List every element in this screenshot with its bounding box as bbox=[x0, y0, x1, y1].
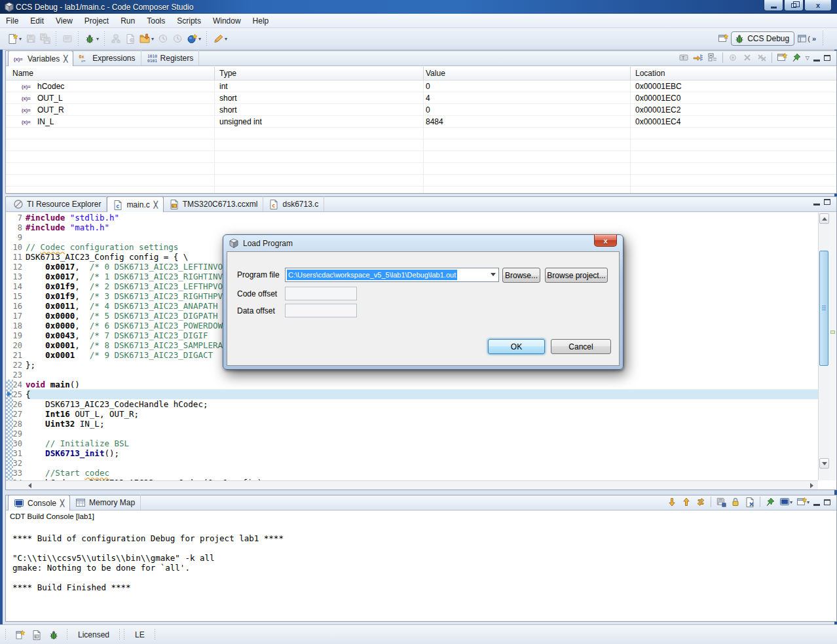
browse-project-button[interactable]: Browse project... bbox=[545, 268, 608, 283]
browse-button[interactable]: Browse... bbox=[502, 268, 540, 283]
menu-edit[interactable]: Edit bbox=[24, 14, 50, 27]
scroll-right-arrow[interactable] bbox=[806, 481, 817, 490]
view-minimize-button[interactable] bbox=[813, 54, 820, 62]
open-console-button[interactable]: ▾ bbox=[796, 497, 809, 507]
scroll-up-button[interactable] bbox=[681, 497, 692, 507]
program-file-combo[interactable]: C:\Users\cdac\workspace_v5_5\lab1\Debug\… bbox=[285, 268, 499, 282]
tab-close-icon[interactable]: ╳ bbox=[60, 499, 64, 507]
cancel-button[interactable]: Cancel bbox=[551, 339, 611, 354]
overview-annotation[interactable] bbox=[830, 331, 835, 334]
tab-close-icon[interactable]: ╳ bbox=[154, 201, 158, 208]
editor-minimize-button[interactable] bbox=[813, 198, 820, 206]
editor-tabrow: TI Resource Explorercmain.c╳tTMS320C6713… bbox=[6, 197, 836, 212]
variable-row-out_r[interactable]: (x)=OUT_Rshort00x00001EC2 bbox=[6, 104, 836, 116]
lock-console-button[interactable] bbox=[730, 497, 741, 507]
variable-row-out_l[interactable]: (x)=OUT_Lshort40x00001EC0 bbox=[6, 92, 836, 104]
clear-console-button[interactable] bbox=[745, 497, 755, 507]
open-perspective-icon[interactable] bbox=[718, 33, 728, 44]
scroll-down-arrow[interactable] bbox=[819, 458, 829, 469]
menu-tools[interactable]: Tools bbox=[141, 14, 171, 27]
code-line-8: 8#include "math.h" bbox=[6, 223, 818, 232]
column-header-value[interactable]: Value bbox=[426, 69, 445, 78]
console-title: CDT Build Console [lab1] bbox=[6, 511, 836, 523]
dialog-close-button[interactable]: x bbox=[594, 234, 617, 247]
scroll-up-arrow[interactable] bbox=[819, 213, 829, 224]
tab-memory-map[interactable]: Memory Map bbox=[70, 495, 141, 510]
other-perspective-icon[interactable] bbox=[797, 33, 808, 44]
save-console-icon bbox=[716, 497, 726, 507]
variables-view-tabrow: (x)=Variables╳6xx=Expressions10100101Reg… bbox=[6, 51, 836, 66]
load-program-button[interactable]: ▾ bbox=[138, 31, 156, 46]
scroll-down-button[interactable] bbox=[667, 497, 677, 507]
status-new-window-button[interactable] bbox=[14, 630, 25, 640]
tab-tms320c6713-ccxml[interactable]: tTMS320C6713.ccxml bbox=[164, 196, 264, 211]
var-decl-icon: (x)= bbox=[22, 81, 35, 92]
menu-project[interactable]: Project bbox=[79, 14, 115, 27]
tab-expressions[interactable]: 6xx=Expressions bbox=[73, 50, 141, 65]
view-menu-button[interactable]: ▽ bbox=[806, 55, 809, 61]
editor-horizontal-scrollbar[interactable] bbox=[6, 480, 818, 490]
variables-table-header[interactable]: NameTypeValueLocation bbox=[6, 67, 836, 80]
variables-table-body: (x)=hCodecint00x00001EBC(x)=OUT_Lshort40… bbox=[6, 80, 836, 193]
menu-window[interactable]: Window bbox=[207, 14, 247, 27]
overview-ruler[interactable] bbox=[829, 213, 836, 480]
column-header-type[interactable]: Type bbox=[219, 69, 236, 78]
editor-maximize-button[interactable] bbox=[824, 199, 830, 205]
tab-close-icon[interactable]: ╳ bbox=[64, 55, 67, 62]
show-type-names-button[interactable]: T bbox=[679, 52, 689, 63]
debug-bug-button[interactable]: ▾ bbox=[83, 31, 101, 46]
variables-table: NameTypeValueLocation (x)=hCodecint00x00… bbox=[6, 67, 836, 193]
collapse-all-button[interactable] bbox=[707, 52, 718, 63]
lock-console-icon bbox=[730, 497, 741, 507]
minimize-button[interactable] bbox=[764, 0, 783, 11]
load-program-dialog: Load Program x Program file C:\Users\cda… bbox=[223, 234, 623, 370]
tab-variables[interactable]: (x)=Variables╳ bbox=[8, 50, 73, 66]
data-offset-input[interactable] bbox=[285, 304, 357, 317]
debug-bug-small-button[interactable] bbox=[48, 630, 59, 640]
tab-ti-resource-explorer[interactable]: TI Resource Explorer bbox=[8, 196, 107, 211]
menu-run[interactable]: Run bbox=[115, 14, 141, 27]
menu-file[interactable]: File bbox=[0, 14, 24, 27]
tab-main-c[interactable]: cmain.c╳ bbox=[107, 196, 163, 212]
code-offset-input[interactable] bbox=[285, 287, 357, 300]
column-header-name[interactable]: Name bbox=[12, 69, 33, 78]
new-view-button[interactable] bbox=[777, 52, 787, 63]
restore-snapshot-icon bbox=[158, 33, 168, 44]
browser-sphere-button[interactable]: ▾ bbox=[185, 31, 203, 46]
tab-dsk6713-c[interactable]: cdsk6713.c bbox=[263, 196, 324, 211]
console-output[interactable]: **** Build of configuration Debug for pr… bbox=[6, 523, 836, 621]
view-maximize-button[interactable] bbox=[824, 499, 830, 505]
perspective-ccs-debug-button[interactable]: CCS Debug bbox=[731, 31, 794, 46]
menu-help[interactable]: Help bbox=[247, 14, 275, 27]
var-decl-icon: (x)= bbox=[22, 116, 35, 127]
new-file-button[interactable]: ▾ bbox=[5, 31, 24, 46]
variable-row-in_l[interactable]: (x)=IN_Lunsigned int84840x00001EC4 bbox=[6, 116, 836, 128]
add-variable-button[interactable] bbox=[693, 52, 703, 63]
menu-scripts[interactable]: Scripts bbox=[171, 14, 207, 27]
status-target-config-button[interactable]: t bbox=[31, 630, 42, 640]
menu-view[interactable]: View bbox=[50, 14, 79, 27]
expressions-icon: 6xx= bbox=[79, 53, 89, 63]
highlight-pen-button[interactable]: ▾ bbox=[211, 31, 229, 46]
tab-registers[interactable]: 10100101Registers bbox=[141, 50, 200, 65]
save-console-button[interactable] bbox=[716, 497, 726, 507]
perspective-more-chevron[interactable]: » bbox=[812, 35, 816, 43]
combo-dropdown-icon[interactable] bbox=[491, 273, 496, 276]
save-button bbox=[24, 31, 38, 46]
tab-console[interactable]: Console╳ bbox=[8, 495, 70, 510]
view-maximize-button[interactable] bbox=[824, 55, 830, 61]
scroll-lock-button[interactable] bbox=[696, 497, 706, 507]
console-tabrow: Console╳Memory Map ▾▾ bbox=[6, 495, 836, 510]
scrollbar-thumb[interactable] bbox=[819, 251, 828, 366]
restore-button[interactable] bbox=[784, 0, 804, 11]
scroll-left-arrow[interactable] bbox=[24, 481, 35, 490]
pin-console-button[interactable] bbox=[765, 497, 775, 507]
close-button[interactable]: x bbox=[804, 0, 832, 11]
ok-button[interactable]: OK bbox=[488, 339, 545, 354]
variable-row-hcodec[interactable]: (x)=hCodecint00x00001EBC bbox=[6, 80, 836, 92]
editor-vertical-scrollbar[interactable] bbox=[818, 213, 829, 480]
display-console-button[interactable]: ▾ bbox=[779, 497, 792, 507]
pin-view-button[interactable] bbox=[791, 52, 802, 63]
view-minimize-button[interactable] bbox=[813, 499, 820, 506]
column-header-location[interactable]: Location bbox=[635, 69, 665, 78]
